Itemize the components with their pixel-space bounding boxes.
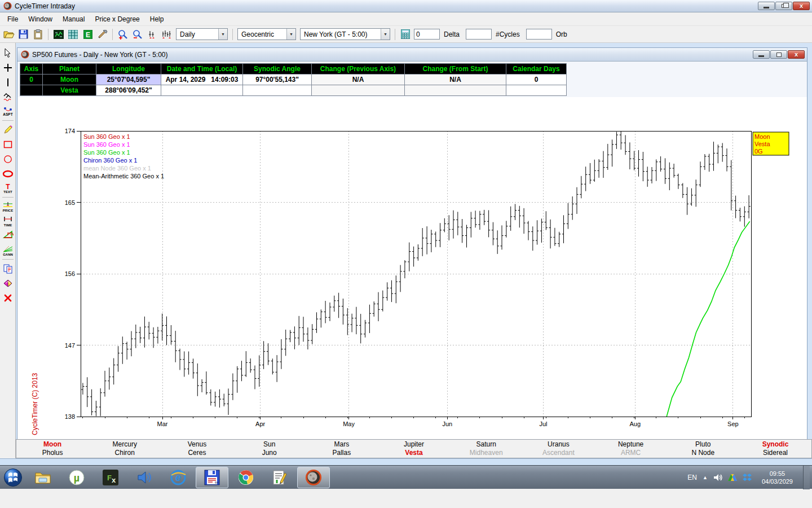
aspect-tool-button[interactable]: ASPT <box>1 104 15 119</box>
taskbar-icon-volume-app[interactable] <box>128 467 161 488</box>
menu-file[interactable]: File <box>2 14 23 25</box>
restore-button[interactable] <box>775 2 792 10</box>
expand-bars-button[interactable] <box>160 28 174 41</box>
planet-col-synodic[interactable]: Synodic Sidereal <box>739 440 811 458</box>
pointer-tool-button[interactable] <box>1 46 15 60</box>
coord-system-combobox[interactable]: Geocentric ▼ <box>237 28 296 40</box>
price-tool-button[interactable]: PRICE <box>1 199 15 213</box>
taskbar-icon-chrome[interactable] <box>230 467 262 488</box>
open-button[interactable] <box>2 28 16 41</box>
delta-input[interactable] <box>414 29 440 40</box>
planet-col-sun[interactable]: Sun Juno <box>233 440 306 458</box>
save-button[interactable] <box>16 28 30 41</box>
planet-col-venus[interactable]: Venus Ceres <box>161 440 233 458</box>
planet-col-uranus[interactable]: Uranus Ascendant <box>522 440 594 458</box>
settings-tools-button[interactable] <box>95 28 109 41</box>
svg-text:Jul: Jul <box>539 421 547 427</box>
clipboard-button[interactable] <box>31 28 45 41</box>
delete-tool-button[interactable] <box>1 291 15 305</box>
ptv-tool-button[interactable]: PTV <box>1 229 15 243</box>
menu-manual[interactable]: Manual <box>58 14 90 25</box>
chevron-down-icon[interactable]: ▼ <box>218 29 227 40</box>
calendar-days-value: 0 <box>506 75 567 85</box>
svg-text:May: May <box>343 421 355 427</box>
period-combobox[interactable]: Daily ▼ <box>176 28 228 40</box>
ephemeris-button[interactable]: E <box>81 28 95 41</box>
coord-system-value: Geocentric <box>238 30 286 38</box>
vertical-line-tool-button[interactable] <box>1 75 15 89</box>
language-indicator[interactable]: EN <box>687 474 697 481</box>
taskbar-icon-editor[interactable] <box>263 467 296 488</box>
tray-dropbox-icon[interactable] <box>743 474 752 481</box>
svg-text:Mar: Mar <box>157 421 168 427</box>
chart-view-button[interactable] <box>51 28 65 41</box>
zoom-out-button[interactable] <box>130 28 144 41</box>
price-chart[interactable]: 138147156165174MarAprMayJunJulAugSepSun … <box>17 97 807 445</box>
active-bodies-box[interactable]: MoonVesta0G <box>753 132 789 155</box>
planet-col-jupiter[interactable]: Jupiter Vesta <box>378 440 450 458</box>
zoom-in-button[interactable] <box>116 28 130 41</box>
chart-window-title: SP500 Futures - Daily - New York (GT - 5… <box>32 51 753 59</box>
tray-drive-icon[interactable] <box>728 474 737 481</box>
show-desktop-button[interactable] <box>803 466 810 489</box>
mdi-area: SP500 Futures - Daily - New York (GT - 5… <box>16 43 812 458</box>
menu-help[interactable]: Help <box>145 14 169 25</box>
calculator-button[interactable] <box>398 28 412 41</box>
show-hidden-icons-button[interactable]: ▲ <box>703 475 708 480</box>
clock[interactable]: 09:55 04/03/2029 <box>757 470 797 485</box>
planet-col-neptune[interactable]: Neptune ARMC <box>595 440 667 458</box>
pencil-tool-button[interactable] <box>1 122 15 137</box>
taskbar-icon-fxg[interactable]: Fx <box>94 467 127 488</box>
planet-col-saturn[interactable]: Saturn Midheaven <box>450 440 522 458</box>
menu-window[interactable]: Window <box>23 14 58 25</box>
child-close-button[interactable]: x <box>788 50 805 59</box>
chevron-down-icon[interactable]: ▼ <box>286 29 295 40</box>
synodic-angle-value <box>243 85 312 96</box>
time-tool-button[interactable]: TIME <box>1 214 15 228</box>
taskbar-icon-floppy-app[interactable]: 64 <box>196 467 228 488</box>
copy-tool-button[interactable] <box>1 261 15 275</box>
change-start-value <box>405 85 506 96</box>
planet-selector-bar: Moon Pholus Mercury Chiron Venus Ceres S… <box>16 439 812 458</box>
taskbar-icon-utorrent[interactable]: µ <box>60 467 93 488</box>
change-start-value: N/A <box>405 75 506 85</box>
planet-col-moon[interactable]: Moon Pholus <box>16 440 89 458</box>
app-icon <box>3 2 12 10</box>
location-combobox[interactable]: New York (GT - 5:00) ▼ <box>300 28 390 40</box>
chart-window: SP500 Futures - Daily - New York (GT - 5… <box>17 47 807 456</box>
child-maximize-button[interactable] <box>770 50 787 59</box>
crosshair-tool-button[interactable] <box>1 60 15 75</box>
ephemeris-book-button[interactable] <box>1 276 15 290</box>
svg-text:PRICE: PRICE <box>2 208 12 212</box>
zigzag-tool-button[interactable] <box>1 90 15 104</box>
taskbar-icon-ie[interactable]: e <box>162 467 195 488</box>
chevron-down-icon[interactable]: ▼ <box>381 29 390 40</box>
circle-tool-button[interactable] <box>1 152 15 166</box>
overlay-line <box>667 221 749 417</box>
orb-input[interactable] <box>526 29 552 40</box>
cycles-input[interactable] <box>466 29 492 40</box>
tray-volume-icon[interactable] <box>713 474 722 481</box>
taskbar-icon-cycletimer[interactable] <box>297 467 330 488</box>
location-value: New York (GT - 5:00) <box>301 30 381 38</box>
child-minimize-button[interactable] <box>753 50 770 59</box>
longitude-value[interactable]: 288°06'09,452" <box>96 85 161 96</box>
longitude-value[interactable]: 25°07'04,595" <box>96 75 161 85</box>
taskbar-icon-explorer[interactable] <box>27 467 59 488</box>
planet-col-pluto[interactable]: Pluto N Node <box>667 440 739 458</box>
start-button[interactable] <box>0 466 26 489</box>
svg-text:mean Node 360 Geo x 1: mean Node 360 Geo x 1 <box>83 165 151 172</box>
planet-col-mars[interactable]: Mars Pallas <box>306 440 378 458</box>
svg-text:165: 165 <box>65 199 75 206</box>
planet-col-mercury[interactable]: Mercury Chiron <box>89 440 161 458</box>
ellipse-tool-button[interactable] <box>1 167 15 181</box>
rectangle-tool-button[interactable] <box>1 137 15 151</box>
menu-price-x-degree[interactable]: Price x Degree <box>90 14 144 25</box>
svg-text:Aug: Aug <box>630 421 641 427</box>
minimize-button[interactable] <box>758 2 775 10</box>
gann-tool-button[interactable]: GANN <box>1 243 15 257</box>
close-button[interactable]: x <box>793 2 810 10</box>
compress-bars-button[interactable] <box>145 28 159 41</box>
grid-view-button[interactable] <box>66 28 80 41</box>
text-tool-button[interactable]: TTEXT <box>1 181 15 195</box>
